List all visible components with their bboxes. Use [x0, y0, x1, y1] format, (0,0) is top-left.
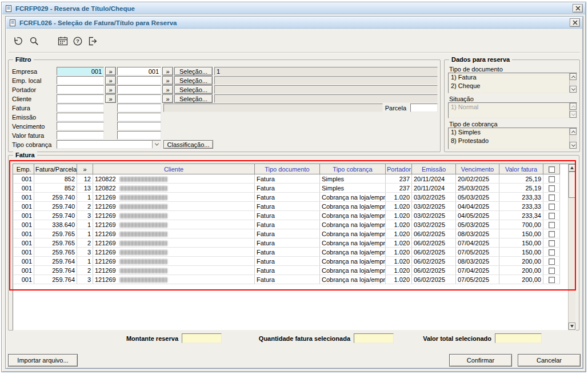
cell-tipo-documento[interactable]: Fatura	[255, 229, 320, 238]
range-to-input[interactable]	[117, 85, 161, 94]
range-from-input[interactable]	[57, 85, 104, 94]
range-to-input[interactable]	[117, 131, 161, 140]
grid-scrollbar[interactable]	[568, 164, 575, 330]
row-checkbox[interactable]	[549, 213, 555, 219]
scroll-down-button[interactable]	[570, 111, 577, 118]
fatura-from-input[interactable]	[57, 104, 104, 112]
column-header[interactable]: Fatura/Parcela	[34, 165, 77, 174]
table-row[interactable]: 001259.7641121269FaturaCobrança na loja/…	[14, 257, 560, 266]
cell-portador[interactable]: 1.020	[386, 229, 412, 238]
cell-cliente[interactable]: 121269	[93, 238, 255, 248]
table-row[interactable]: 00185213120822FaturaSimples23720/11/2024…	[14, 184, 560, 193]
scroll-down-button[interactable]	[569, 323, 575, 330]
cell-cliente[interactable]: 121269	[93, 248, 255, 257]
select-all-checkbox[interactable]	[549, 166, 555, 173]
column-header[interactable]: Valor fatura	[499, 165, 543, 174]
cell-emp[interactable]: 001	[14, 266, 34, 275]
cell-valor[interactable]: 233,33	[499, 193, 543, 202]
cell-emissao[interactable]: 06/02/2025	[412, 238, 456, 248]
cell-valor[interactable]: 700,00	[499, 220, 543, 229]
cell-valor[interactable]: 200,00	[499, 275, 543, 284]
cell-cliente[interactable]: 120822	[93, 184, 255, 193]
cell-valor[interactable]: 233,33	[499, 202, 543, 211]
cell-emp[interactable]: 001	[14, 202, 34, 211]
cell-emissao[interactable]: 20/11/2024	[412, 184, 456, 193]
list-scrollbar[interactable]	[569, 128, 577, 149]
cell-emp[interactable]: 001	[14, 248, 34, 257]
column-header[interactable]: Emissão	[412, 165, 456, 174]
row-checkbox[interactable]	[549, 194, 555, 201]
help-button[interactable]: ?	[71, 34, 85, 48]
cell-emp[interactable]: 001	[14, 229, 34, 238]
scrollbar-thumb[interactable]	[569, 172, 575, 198]
cell-tipo-cobranca[interactable]: Cobrança na loja/empre	[320, 266, 386, 275]
table-row[interactable]: 001338.6401121269FaturaCobrança na loja/…	[14, 220, 560, 229]
confirmar-button[interactable]: Confirmar	[449, 354, 512, 367]
cell-portador[interactable]: 1.020	[386, 193, 412, 202]
cell-tipo-documento[interactable]: Fatura	[255, 238, 320, 248]
cell-valor[interactable]: 150,00	[499, 238, 543, 248]
cell-emp[interactable]: 001	[14, 257, 34, 266]
cell-emissao[interactable]: 03/02/2025	[412, 202, 456, 211]
cell-portador[interactable]: 1.020	[386, 220, 412, 229]
list-item[interactable]: 2) Cheque	[449, 82, 569, 90]
cancelar-button[interactable]: Cancelar	[518, 354, 581, 367]
cell-fatura[interactable]: 259.740	[34, 202, 77, 211]
range-to-input[interactable]	[117, 76, 161, 85]
cell-checkbox[interactable]	[543, 257, 560, 266]
cell-fatura[interactable]: 338.640	[34, 220, 77, 229]
cell-valor[interactable]: 233,34	[499, 211, 543, 220]
range-to-input[interactable]	[117, 122, 161, 130]
list-item[interactable]: 8) Protestado	[449, 137, 569, 145]
cell-vencimento[interactable]: 04/05/2025	[456, 211, 499, 220]
cell-parcela[interactable]: 1	[77, 220, 93, 229]
cell-cliente[interactable]: 121269	[93, 229, 255, 238]
cell-tipo-cobranca[interactable]: Cobrança na loja/empre	[320, 229, 386, 238]
zoom-button[interactable]: »	[162, 76, 173, 85]
cell-vencimento[interactable]: 25/03/2025	[456, 184, 499, 193]
table-row[interactable]: 001259.7401121269FaturaCobrança na loja/…	[14, 193, 560, 202]
fatura-to-input[interactable]	[117, 104, 161, 112]
cell-emp[interactable]: 001	[14, 184, 34, 193]
cell-checkbox[interactable]	[543, 202, 560, 211]
cell-checkbox[interactable]	[543, 184, 560, 193]
cell-tipo-cobranca[interactable]: Cobrança na loja/empre	[320, 275, 386, 284]
cell-emissao[interactable]: 06/02/2025	[412, 275, 456, 284]
cell-tipo-documento[interactable]: Fatura	[255, 266, 320, 275]
cell-tipo-documento[interactable]: Fatura	[255, 248, 320, 257]
exit-button[interactable]	[86, 34, 99, 48]
cell-tipo-cobranca[interactable]: Cobrança na loja/empre	[320, 220, 386, 229]
cell-portador[interactable]: 237	[386, 174, 412, 184]
list-item[interactable]: 1) Simples	[449, 128, 569, 137]
cell-emissao[interactable]: 03/02/2025	[412, 220, 456, 229]
table-row[interactable]: 001259.7652121269FaturaCobrança na loja/…	[14, 238, 560, 248]
cell-valor[interactable]: 25,19	[499, 174, 543, 184]
cell-fatura[interactable]: 259.740	[34, 211, 77, 220]
scroll-up-button[interactable]	[570, 73, 577, 80]
column-header[interactable]: Cliente	[93, 165, 255, 174]
cell-vencimento[interactable]: 07/04/2025	[456, 266, 499, 275]
cell-checkbox[interactable]	[543, 220, 560, 229]
cell-valor[interactable]: 200,00	[499, 257, 543, 266]
cell-vencimento[interactable]: 05/03/2025	[456, 193, 499, 202]
cell-parcela[interactable]: 2	[77, 238, 93, 248]
importar-arquivo-button[interactable]: Importar arquivo...	[8, 354, 78, 367]
cell-fatura[interactable]: 259.740	[34, 193, 77, 202]
cell-tipo-documento[interactable]: Fatura	[255, 193, 320, 202]
cell-tipo-documento[interactable]: Fatura	[255, 275, 320, 284]
cell-emp[interactable]: 001	[14, 193, 34, 202]
cell-checkbox[interactable]	[543, 275, 560, 284]
parcela-input[interactable]	[410, 104, 438, 112]
cell-parcela[interactable]: 1	[77, 229, 93, 238]
cell-valor[interactable]: 150,00	[499, 248, 543, 257]
cell-tipo-cobranca[interactable]: Simples	[320, 184, 386, 193]
cell-tipo-cobranca[interactable]: Cobrança na loja/empre	[320, 238, 386, 248]
cell-parcela[interactable]: 3	[77, 211, 93, 220]
combobox-arrow-button[interactable]	[152, 141, 161, 148]
cell-cliente[interactable]: 120822	[93, 174, 255, 184]
range-from-input[interactable]	[57, 67, 104, 75]
cell-portador[interactable]: 1.020	[386, 266, 412, 275]
cell-fatura[interactable]: 259.765	[34, 248, 77, 257]
cell-tipo-cobranca[interactable]: Cobrança na loja/empre	[320, 202, 386, 211]
cell-parcela[interactable]: 2	[77, 202, 93, 211]
